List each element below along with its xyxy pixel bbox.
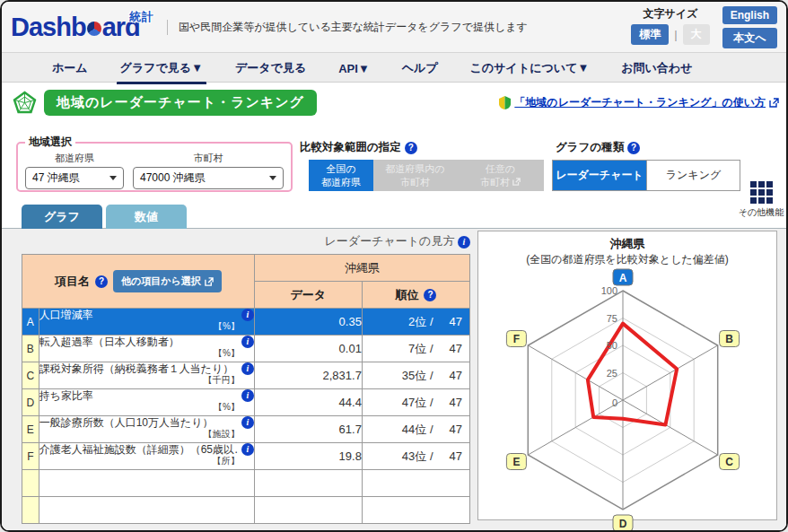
- table-row[interactable]: [22, 470, 470, 497]
- nav-item-view-graph[interactable]: グラフで見る▼: [120, 55, 203, 80]
- data-value-cell: 0.01: [254, 336, 362, 362]
- item-name-cell: [39, 470, 254, 497]
- table-row[interactable]: A人口増減率i【%】0.352位 /47: [22, 309, 470, 336]
- to-content-button[interactable]: 本文へ: [722, 28, 777, 48]
- tab-graph[interactable]: グラフ: [22, 205, 102, 229]
- nav-item-about[interactable]: このサイトについて▼: [470, 55, 590, 80]
- axis-tick-label: 75: [607, 313, 617, 324]
- chart-subtitle: (全国の都道府県を比較対象とした偏差値): [478, 252, 776, 267]
- rank-total: 47: [450, 342, 462, 355]
- row-key-cell: D: [22, 389, 39, 416]
- row-key-cell: [22, 497, 39, 524]
- nav-item-help[interactable]: ヘルプ: [402, 55, 438, 80]
- svg-text:D: D: [619, 518, 627, 530]
- table-row[interactable]: F介護老人福祉施設数（詳細票）（65歳以…i【所】19.843位 /47: [22, 443, 470, 470]
- rank-cell: [362, 470, 469, 497]
- help-icon[interactable]: ?: [405, 142, 417, 154]
- row-key-cell: E: [22, 416, 39, 443]
- radar-chart: 0255075100ABCDEF: [478, 267, 776, 532]
- nav-item-contact[interactable]: お問い合わせ: [621, 55, 692, 80]
- item-name: 持ち家比率: [39, 389, 93, 402]
- graph-type-ranking-button[interactable]: ランキング: [646, 161, 740, 190]
- graph-type-radar-button[interactable]: レーダーチャート: [553, 161, 646, 190]
- tab-numeric[interactable]: 数値: [106, 205, 187, 229]
- chart-title: 沖縄県: [478, 236, 776, 252]
- item-name-cell: 持ち家比率i【%】: [39, 389, 254, 416]
- svg-text:E: E: [512, 456, 520, 468]
- external-link-icon: [205, 277, 214, 286]
- item-unit: 【千円】: [39, 375, 254, 385]
- font-size-divider: |: [674, 28, 677, 41]
- other-functions-label: その他機能: [739, 206, 784, 219]
- info-icon[interactable]: i: [241, 389, 254, 402]
- table-row[interactable]: D持ち家比率i【%】44.447位 /47: [22, 389, 470, 416]
- prefecture-select[interactable]: 47 沖縄県: [25, 167, 124, 189]
- row-key-cell: A: [22, 309, 39, 336]
- info-icon[interactable]: i: [458, 236, 470, 249]
- axis-tick-label: 0: [612, 397, 617, 408]
- radar-legend-hint: レーダーチャートの見方 i: [22, 233, 470, 249]
- prefecture-label: 都道府県: [55, 152, 94, 165]
- help-icon[interactable]: ?: [95, 275, 108, 288]
- item-name-cell: [39, 497, 254, 524]
- data-value-cell: 44.4: [254, 389, 362, 416]
- table-row[interactable]: [22, 497, 470, 524]
- data-value-cell: 2,831.7: [254, 362, 362, 389]
- item-unit: 【%】: [39, 402, 254, 412]
- logo-text: Dashbard: [11, 13, 140, 41]
- nav-item-api[interactable]: API▼: [338, 57, 370, 79]
- axis-badge-B: B: [720, 331, 740, 347]
- axis-badge-F: F: [506, 331, 526, 347]
- info-icon[interactable]: i: [241, 443, 254, 456]
- logo-badge: 統計: [129, 9, 154, 25]
- rank-position: 2位 /: [408, 314, 433, 330]
- nav-item-home[interactable]: ホーム: [52, 55, 88, 80]
- english-button[interactable]: English: [722, 6, 777, 24]
- rank-position: 7位 /: [408, 341, 433, 357]
- graph-panel: レーダーチャートの見方 i 項目名 ? 他の項目から選択: [2, 228, 786, 530]
- item-unit: 【%】: [39, 321, 254, 331]
- item-name: 課税対象所得（納税義務者１人当たり）: [39, 362, 234, 375]
- table-row[interactable]: B転入超過率（日本人移動者）i【%】0.017位 /47: [22, 336, 470, 362]
- axis-badge-C: C: [720, 454, 740, 470]
- data-column-header: データ: [254, 282, 362, 309]
- rank-cell: [362, 497, 469, 524]
- font-size-large-button[interactable]: 大: [683, 24, 710, 45]
- rank-position: 43位 /: [402, 449, 433, 465]
- compare-municipalities-in-prefecture-button[interactable]: 都道府県内の市町村: [373, 160, 457, 191]
- font-size-standard-button[interactable]: 標準: [631, 24, 669, 45]
- font-size-label: 文字サイズ: [644, 6, 698, 22]
- help-icon[interactable]: ?: [424, 289, 436, 301]
- compare-any-municipalities-button[interactable]: 任意の 市町村: [457, 160, 544, 191]
- header-buttons: English 本文へ: [722, 6, 777, 48]
- nav-item-view-data[interactable]: データで見る: [235, 55, 306, 80]
- row-key-cell: C: [22, 362, 39, 389]
- info-icon[interactable]: i: [241, 336, 254, 348]
- compare-national-prefectures-button[interactable]: 全国の都道府県: [309, 160, 373, 191]
- main-nav: ホーム グラフで見る▼ データで見る API▼ ヘルプ このサイトについて▼ お…: [2, 52, 786, 83]
- row-key-cell: B: [22, 336, 39, 362]
- rank-position: 35位 /: [402, 368, 433, 384]
- info-icon[interactable]: i: [241, 416, 254, 429]
- table-row[interactable]: C課税対象所得（納税義務者１人当たり）i【千円】2,831.735位 /47: [22, 362, 470, 389]
- stats-table-body: A人口増減率i【%】0.352位 /47B転入超過率（日本人移動者）i【%】0.…: [22, 309, 470, 524]
- select-other-items-button[interactable]: 他の項目から選択: [113, 270, 222, 292]
- other-functions-button[interactable]: その他機能: [738, 181, 784, 219]
- axis-tick-label: 25: [607, 368, 617, 379]
- chevron-down-icon: [109, 176, 117, 180]
- info-icon[interactable]: i: [241, 362, 254, 375]
- site-logo[interactable]: Dashbard 統計: [11, 14, 162, 40]
- usage-guide-link[interactable]: 「地域のレーダーチャート・ランキング」の使い方: [499, 95, 779, 110]
- graph-type-buttons: レーダーチャート ランキング: [552, 160, 740, 191]
- page-title: 地域のレーダーチャート・ランキング: [44, 90, 317, 116]
- rank-column-header: 順位 ?: [362, 282, 469, 309]
- axis-badge-E: E: [506, 454, 526, 470]
- table-row[interactable]: E一般診療所数（人口10万人当たり）i【施設】61.744位 /47: [22, 416, 470, 443]
- item-name-cell: 転入超過率（日本人移動者）i【%】: [39, 336, 254, 362]
- info-icon[interactable]: i: [241, 309, 254, 321]
- item-name: 介護老人福祉施設数（詳細票）（65歳以…: [39, 443, 239, 456]
- item-name-cell: 課税対象所得（納税義務者１人当たり）i【千円】: [39, 362, 254, 389]
- municipality-select[interactable]: 47000 沖縄県: [133, 167, 284, 189]
- help-icon[interactable]: ?: [627, 142, 640, 154]
- data-value-cell: 19.8: [254, 443, 362, 470]
